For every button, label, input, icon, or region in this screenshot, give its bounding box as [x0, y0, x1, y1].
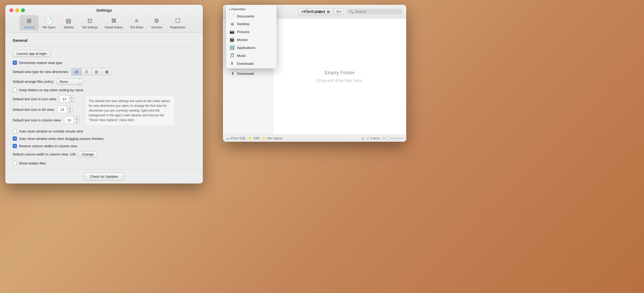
arrange-dropdown[interactable]: None ⌃⌄ — [57, 79, 83, 85]
view-type-row: Default view type for new directories: ⊞… — [13, 68, 195, 75]
settings-bottom-bar: Check for Updates — [5, 169, 203, 184]
dropdown-item-documents[interactable]: 📄 Documents — [226, 12, 277, 20]
fc-main-area: Empty Folder Drag and drop files here. — [273, 19, 406, 134]
maximize-button[interactable] — [21, 8, 25, 12]
view-type-label: Default view type for new directories: — [13, 70, 69, 74]
arrange-row: Default arrange files policy: None ⌃⌄ — [13, 79, 195, 85]
fc-size-slider[interactable] — [382, 138, 403, 139]
view-btn-list[interactable]: ☰ — [82, 68, 92, 75]
toolbar-item-tabsettings[interactable]: ⊡ Tab Settings — [79, 15, 101, 30]
spinner-list-arrows: ▲ ▼ — [67, 106, 72, 113]
fc-statusbar: ☁ iCloud 云盘 › 📁 文稿 › 📁 File Cabinet ☺ ▾ … — [223, 134, 406, 142]
fc-view-gallery[interactable]: ▦ — [324, 8, 333, 15]
tabsettings-icon: ⊡ — [86, 17, 94, 25]
section-title: General — [13, 38, 195, 43]
toolbar-item-globalhotkey[interactable]: ⌘ Global Hotkey — [101, 15, 126, 30]
checkbox-row-2: Auto close window on outside mouse click — [13, 129, 195, 133]
dropdown-label-desktop: Desktop — [237, 22, 250, 26]
favorites-section: ▾ Favorites — [226, 6, 277, 12]
chevron-down-icon: ▾ — [229, 8, 230, 11]
arrange-label: Default arrange files policy: — [13, 80, 54, 84]
fc-status-right: ☺ ▾ 0 items — [361, 136, 403, 140]
breadcrumb-folder2: 📁 File Cabinet — [262, 136, 283, 140]
spinner-column-up[interactable]: ▲ — [74, 117, 79, 120]
documents-icon: 📄 — [230, 14, 234, 19]
favorites-label: Favorites — [231, 7, 245, 11]
dropdown-label-pictures: Pictures — [237, 30, 249, 34]
spinner-column-down[interactable]: ▼ — [74, 120, 79, 123]
checkbox-show-hidden[interactable] — [13, 161, 17, 165]
column-width-row: Default column width in column view: 130… — [13, 151, 195, 157]
checkbox-auto-close-dragging[interactable] — [13, 136, 17, 141]
settings-content: General Launch app at login Directories … — [5, 33, 203, 169]
breadcrumb-icloud: ☁ iCloud 云盘 — [226, 136, 245, 140]
checkbox-keep-folders[interactable] — [13, 88, 17, 92]
toolbar-item-filetypes[interactable]: 📄 File Types — [39, 15, 59, 30]
toolbar-item-sidebar[interactable]: ▤ Sidebar — [59, 15, 78, 30]
toolbar-item-general[interactable]: ⊞ General — [20, 15, 39, 30]
toolbar-label-tabsettings: Tab Settings — [82, 26, 98, 29]
services-icon: ⚙ — [152, 17, 161, 25]
checkbox-label-1: Keep folders on top when sorting by name — [19, 88, 83, 92]
checkbox-row-0: Directories restore view type — [13, 61, 195, 65]
search-input[interactable] — [355, 10, 399, 13]
checkbox-row-4: Restore column widths in column view — [13, 144, 195, 148]
launch-app-button[interactable]: Launch app at login — [13, 50, 50, 57]
settings-titlebar: Settings ⊞ General 📄 File Types ▤ Sideba… — [5, 5, 203, 33]
settings-window: Settings ⊞ General 📄 File Types ▤ Sideba… — [5, 5, 203, 184]
sidebar-downloads-icon: ⬇ — [230, 71, 235, 76]
checkbox-label-3: Auto close window when item dragging ses… — [19, 137, 104, 141]
text-size-list: Default text size in list view: 13 ▲ ▼ — [13, 106, 80, 113]
change-button[interactable]: Change — [78, 151, 97, 157]
toolbar-label-services: Services — [151, 26, 162, 29]
checkbox-auto-close-outside[interactable] — [13, 129, 17, 133]
toolbar-item-registration[interactable]: ☐ Registration — [167, 15, 189, 30]
fc-action-arrow: ▾ — [367, 137, 368, 140]
fc-search-box: 🔍 — [347, 9, 402, 14]
spinner-list-down[interactable]: ▼ — [67, 109, 72, 113]
spinner-icon-down[interactable]: ▼ — [69, 99, 74, 102]
dropdown-label-music: Music — [237, 54, 246, 58]
music-icon: 🎵 — [230, 53, 234, 58]
minimize-button[interactable] — [15, 8, 19, 12]
dropdown-item-movies[interactable]: 🎬 Movies — [226, 36, 277, 44]
dropdown-item-music[interactable]: 🎵 Music — [226, 52, 277, 59]
info-box: The default text size settings are used … — [85, 95, 175, 126]
checkbox-restore-column[interactable] — [13, 144, 17, 148]
spinner-icon-view: 13 ▲ ▼ — [59, 95, 75, 103]
layers-icon: ⊟ — [336, 10, 339, 13]
text-size-icon: Default text size in icon view: 13 ▲ ▼ — [13, 95, 80, 103]
toolbar-item-texteditor[interactable]: ≡ Text Editor — [127, 15, 147, 30]
applications-icon: 🔡 — [230, 45, 234, 50]
close-button[interactable] — [10, 8, 13, 12]
text-size-list-label: Default text size in list view: — [13, 108, 55, 112]
checkbox-label-2: Auto close window on outside mouse click — [19, 129, 83, 133]
spinner-column-arrows: ▲ ▼ — [74, 117, 79, 123]
settings-title: Settings — [96, 8, 112, 12]
spinner-list-up[interactable]: ▲ — [67, 106, 72, 109]
general-icon: ⊞ — [25, 17, 33, 25]
fc-layers-button[interactable]: ⊟ ▾ — [334, 8, 343, 15]
spinner-icon-arrows: ▲ ▼ — [69, 95, 74, 102]
dropdown-item-applications[interactable]: 🔡 Applications — [226, 44, 277, 52]
toolbar-label-sidebar: Sidebar — [64, 26, 74, 29]
view-btn-grid[interactable]: ⊞ — [72, 68, 82, 75]
dropdown-item-desktop[interactable]: 🖥 Desktop — [226, 20, 277, 28]
dropdown-item-pictures[interactable]: 📷 Pictures — [226, 28, 277, 36]
spinner-list-val: 13 — [58, 106, 67, 113]
check-updates-button[interactable]: Check for Updates — [84, 173, 124, 180]
text-size-left: Default text size in icon view: 13 ▲ ▼ D… — [13, 95, 80, 124]
dropdown-item-downloads[interactable]: ⬇ Downloads — [226, 59, 277, 67]
checkbox-directories-restore[interactable] — [13, 61, 17, 65]
dropdown-label-downloads: Downloads — [237, 62, 254, 66]
view-btn-gallery[interactable]: ▦ — [102, 68, 112, 75]
fc-size-thumb[interactable] — [386, 137, 389, 140]
view-btn-column[interactable]: ▥ — [92, 68, 102, 75]
spinner-icon-up[interactable]: ▲ — [69, 95, 74, 99]
fc-action-icon: ☺ — [361, 136, 365, 140]
filetypes-icon: 📄 — [45, 17, 53, 25]
sidebar-item-downloads[interactable]: ⬇ Downloads — [224, 70, 272, 77]
folder2-icon: 📁 — [262, 136, 266, 140]
toolbar-item-services[interactable]: ⚙ Services — [147, 15, 166, 30]
checkbox-row-1: Keep folders on top when sorting by name — [13, 88, 195, 92]
